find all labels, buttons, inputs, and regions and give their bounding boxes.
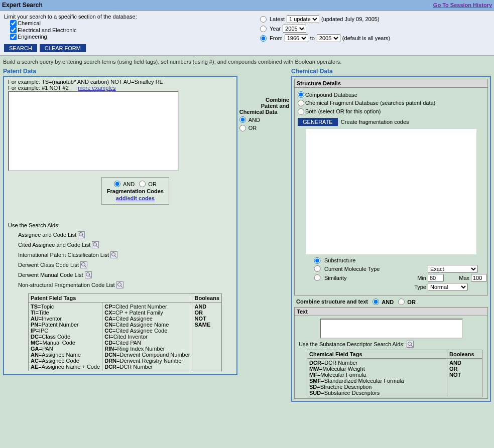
search-icon[interactable] bbox=[110, 251, 117, 258]
radio-from[interactable] bbox=[260, 35, 267, 42]
updated-text: (updated July 09, 2005) bbox=[321, 16, 380, 22]
aid-5: Non-structural Fragmentation Code List bbox=[18, 282, 115, 288]
aid-3: Derwent Class Code List bbox=[18, 262, 79, 268]
tag-row: GA=PAN bbox=[31, 346, 100, 352]
cst-or-radio[interactable] bbox=[398, 298, 405, 305]
tag-row: CN=Cited Assignee Name bbox=[104, 322, 190, 328]
tag-row: AE=Assignee Name + Code bbox=[31, 364, 100, 370]
aid-0: Assignee and Code List bbox=[18, 232, 76, 238]
min-input[interactable] bbox=[428, 274, 444, 282]
radio-substructure[interactable] bbox=[313, 257, 322, 264]
radio-compound-db[interactable] bbox=[298, 91, 304, 98]
combine-and-radio[interactable] bbox=[239, 116, 246, 123]
combine-and-label: AND bbox=[249, 117, 260, 123]
min-label: Min bbox=[396, 275, 426, 281]
page-title: Expert Search bbox=[2, 2, 43, 9]
search-aids-label: Use the Search Aids: bbox=[8, 222, 232, 228]
chemical-data-label: Chemical Data bbox=[291, 68, 491, 75]
radio-latest-label: Latest bbox=[270, 16, 285, 22]
boolean-item: AND bbox=[194, 304, 219, 310]
add-edit-codes-link[interactable]: add/edit codes bbox=[116, 195, 155, 201]
radio-fragment-db[interactable] bbox=[298, 100, 304, 106]
combine-title-3: Chemical Data bbox=[239, 109, 289, 115]
structure-canvas[interactable] bbox=[306, 129, 476, 254]
radio-from-label: From bbox=[270, 35, 283, 41]
tag-row: TI=Title bbox=[31, 310, 100, 316]
type-label: Type bbox=[396, 284, 426, 290]
tag-row: DCR=DCR Number bbox=[309, 360, 445, 366]
cst-and-radio[interactable] bbox=[373, 298, 379, 305]
tag-row: IP=IPC bbox=[31, 328, 100, 334]
tag-row: CI=Cited Inventor bbox=[104, 334, 190, 340]
combine-struct-text-label: Combine structure and text bbox=[296, 298, 368, 305]
tag-row: AU=Inventor bbox=[31, 316, 100, 322]
chem-text-textarea[interactable] bbox=[320, 319, 463, 339]
search-icon[interactable] bbox=[116, 281, 124, 288]
max-input[interactable] bbox=[471, 274, 487, 282]
frag-or-label: OR bbox=[148, 181, 157, 187]
aid-4: Derwent Manual Code List bbox=[18, 272, 83, 278]
patent-field-tags-table: Patent Field Tags Booleans TS=TopicTI=Ti… bbox=[28, 293, 222, 371]
molecule-type-select[interactable]: Exact bbox=[428, 265, 478, 273]
tag-row: CC=Cited Assignee Code bbox=[104, 328, 190, 334]
chem-tags-header: Chemical Field Tags bbox=[307, 350, 447, 359]
frag-and-radio[interactable] bbox=[114, 181, 120, 187]
frag-and-label: AND bbox=[123, 181, 135, 187]
aid-1: Cited Assignee and Code List bbox=[18, 242, 90, 248]
type-select[interactable]: Normal bbox=[428, 283, 468, 291]
check-engineering[interactable] bbox=[10, 34, 17, 40]
more-examples-link[interactable]: more examples bbox=[78, 85, 115, 91]
substance-descriptor-aids-label: Use the Substance Descriptor Search Aids… bbox=[299, 341, 405, 347]
radio-year-label: Year bbox=[270, 26, 281, 32]
tag-row: MF=Molecular Formula bbox=[309, 372, 445, 378]
frag-or-radio[interactable] bbox=[139, 181, 146, 187]
tag-row: SD=Structure Description bbox=[309, 384, 445, 390]
check-electrical[interactable] bbox=[10, 27, 17, 33]
boolean-item: AND bbox=[449, 360, 480, 366]
build-instructions: Build a search query by entering search … bbox=[0, 56, 494, 66]
generate-button[interactable]: GENERATE bbox=[298, 118, 338, 126]
check-electrical-label: Electrical and Electronic bbox=[18, 27, 76, 33]
combine-or-label: OR bbox=[249, 125, 257, 131]
tag-row: AN=Assignee Name bbox=[31, 352, 100, 358]
boolean-item: NOT bbox=[194, 316, 219, 322]
max-label: Max bbox=[449, 275, 469, 281]
search-icon[interactable] bbox=[80, 261, 87, 268]
radio-both-db[interactable] bbox=[298, 108, 304, 115]
tag-row: PN=Patent Number bbox=[31, 322, 100, 328]
radio-year[interactable] bbox=[260, 26, 267, 32]
tag-row: SMF=Standardized Molecular Formula bbox=[309, 378, 445, 384]
radio-substructure-label: Substructure bbox=[324, 257, 395, 263]
combine-or-radio[interactable] bbox=[239, 125, 246, 131]
check-chemical[interactable] bbox=[10, 20, 17, 27]
radio-current-molecule[interactable] bbox=[313, 265, 322, 272]
clear-form-button[interactable]: CLEAR FORM bbox=[40, 44, 86, 52]
year-select[interactable]: 2005 bbox=[283, 25, 306, 33]
boolean-item: OR bbox=[194, 310, 219, 316]
session-history-link[interactable]: Go To Session History bbox=[433, 2, 492, 8]
search-icon[interactable] bbox=[85, 271, 92, 278]
patent-tags-header: Patent Field Tags bbox=[29, 294, 192, 303]
search-icon[interactable] bbox=[407, 341, 414, 348]
text-header: Text bbox=[294, 307, 488, 316]
tag-row: DCR=DCR Number bbox=[104, 364, 190, 370]
patent-data-label: Patent Data bbox=[3, 68, 237, 75]
tag-row: CP=Cited Patent Number bbox=[104, 304, 190, 310]
tag-row: CD=Cited PAN bbox=[104, 340, 190, 346]
tag-row: TS=Topic bbox=[31, 304, 100, 310]
radio-similarity[interactable] bbox=[313, 274, 322, 281]
patent-example-2: For example: #1 NOT #2 bbox=[8, 85, 69, 91]
boolean-item: OR bbox=[449, 366, 480, 372]
check-engineering-label: Engineering bbox=[18, 34, 47, 40]
search-button[interactable]: SEARCH bbox=[4, 44, 37, 52]
chemical-field-tags-table: Chemical Field Tags Booleans DCR=DCR Num… bbox=[307, 350, 482, 397]
patent-query-textarea[interactable] bbox=[8, 91, 179, 171]
search-icon[interactable] bbox=[78, 231, 85, 238]
radio-latest[interactable] bbox=[260, 16, 267, 23]
tag-row: DCN=Derwent Compound Number bbox=[104, 352, 190, 358]
from-select[interactable]: 1966 bbox=[285, 34, 308, 42]
to-select[interactable]: 2005 bbox=[317, 34, 340, 42]
latest-select[interactable]: 1 update bbox=[287, 15, 319, 23]
limit-instruction: Limit your search to a specific section … bbox=[4, 14, 260, 20]
search-icon[interactable] bbox=[92, 241, 99, 248]
